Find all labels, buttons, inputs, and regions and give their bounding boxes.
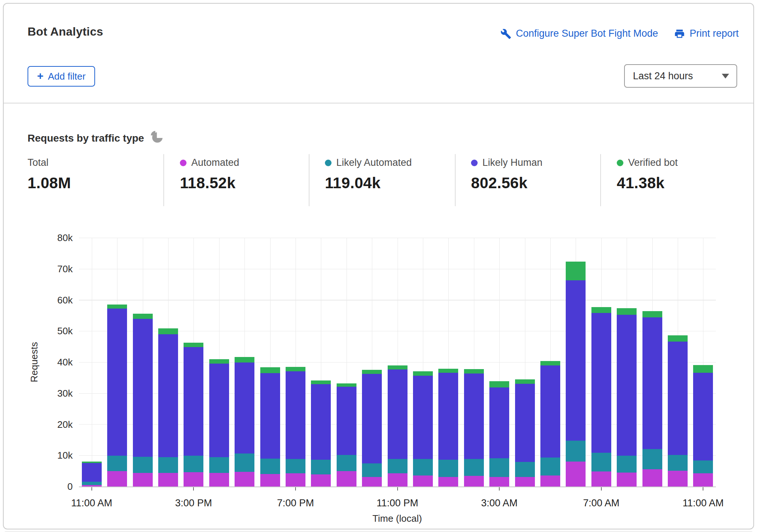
time-range-dropdown[interactable]: Last 24 hours bbox=[624, 64, 737, 88]
segment-automated bbox=[260, 474, 280, 487]
bar-slot bbox=[257, 238, 283, 487]
segment-likely-human bbox=[489, 387, 509, 458]
segment-likely-automated bbox=[540, 458, 560, 475]
segment-verified-bot bbox=[642, 311, 662, 317]
stacked-bar[interactable] bbox=[107, 305, 127, 487]
stacked-bar[interactable] bbox=[260, 367, 280, 487]
segment-likely-automated bbox=[362, 463, 382, 477]
stat-likely-human[interactable]: Likely Human802.56k bbox=[471, 157, 543, 192]
stat-verified-bot[interactable]: Verified bot41.38k bbox=[617, 157, 678, 192]
section-title: Requests by traffic type bbox=[28, 131, 163, 146]
stat-total[interactable]: Total1.08M bbox=[28, 157, 71, 192]
stat-divider bbox=[163, 154, 164, 206]
segment-automated bbox=[362, 477, 382, 487]
segment-automated bbox=[82, 485, 102, 487]
segment-verified-bot bbox=[337, 383, 356, 387]
stat-value: 41.38k bbox=[617, 174, 678, 192]
configure-super-bot-fight-mode-link[interactable]: Configure Super Bot Fight Mode bbox=[500, 28, 658, 39]
bar-slot bbox=[206, 238, 232, 487]
y-tick-label: 30k bbox=[32, 388, 73, 399]
x-tick-mark bbox=[397, 487, 398, 491]
bar-slot bbox=[232, 238, 257, 487]
x-tick-label: 7:00 PM bbox=[255, 498, 336, 509]
segment-automated bbox=[566, 462, 586, 487]
bar-slot bbox=[334, 238, 359, 487]
stacked-bar[interactable] bbox=[438, 369, 458, 487]
stacked-bar[interactable] bbox=[617, 308, 637, 487]
segment-likely-automated bbox=[413, 459, 433, 475]
y-tick-label: 80k bbox=[32, 232, 73, 244]
bar-slot bbox=[283, 238, 308, 487]
stacked-bar[interactable] bbox=[158, 328, 178, 487]
segment-likely-automated bbox=[388, 459, 408, 473]
stacked-bar[interactable] bbox=[540, 361, 560, 487]
stacked-bar[interactable] bbox=[388, 365, 408, 487]
segment-likely-human bbox=[82, 463, 102, 482]
print-report-link[interactable]: Print report bbox=[674, 28, 739, 39]
stacked-bar[interactable] bbox=[362, 370, 382, 487]
segment-likely-human bbox=[591, 313, 611, 453]
stacked-bar[interactable] bbox=[184, 343, 203, 487]
stacked-bar[interactable] bbox=[133, 314, 153, 487]
stat-automated[interactable]: Automated118.52k bbox=[180, 157, 239, 192]
stacked-bar[interactable] bbox=[489, 381, 509, 487]
x-tick-mark bbox=[601, 487, 602, 491]
stacked-bar[interactable] bbox=[668, 335, 688, 487]
stacked-bar[interactable] bbox=[515, 379, 535, 487]
x-tick-label: 11:00 PM bbox=[357, 498, 438, 509]
segment-likely-automated bbox=[158, 457, 178, 473]
segment-likely-automated bbox=[617, 456, 637, 473]
x-tick-label: 11:00 AM bbox=[51, 498, 132, 509]
segment-likely-automated bbox=[515, 462, 535, 477]
segment-verified-bot bbox=[209, 359, 229, 364]
stacked-bar[interactable] bbox=[591, 307, 611, 487]
segment-likely-human bbox=[235, 362, 254, 453]
segment-automated bbox=[107, 471, 127, 487]
bot-analytics-page: Bot Analytics Configure Super Bot Fight … bbox=[0, 0, 757, 532]
segment-likely-human bbox=[260, 373, 280, 459]
stacked-bar[interactable] bbox=[642, 311, 662, 487]
wrench-icon bbox=[500, 28, 511, 39]
segment-verified-bot bbox=[388, 365, 408, 369]
segment-automated bbox=[540, 475, 560, 487]
header-divider bbox=[4, 103, 753, 103]
stacked-bar[interactable] bbox=[413, 371, 433, 487]
add-filter-button[interactable]: + Add filter bbox=[28, 66, 95, 87]
bar-slot bbox=[640, 238, 665, 487]
stacked-bar[interactable] bbox=[311, 380, 331, 487]
stacked-bar[interactable] bbox=[693, 365, 713, 487]
segment-likely-human bbox=[337, 387, 356, 455]
stacked-bar[interactable] bbox=[235, 357, 254, 487]
print-link-label: Print report bbox=[689, 28, 739, 39]
printer-icon bbox=[674, 28, 685, 39]
segment-verified-bot bbox=[413, 371, 433, 376]
segment-likely-human bbox=[438, 373, 458, 460]
segment-verified-bot bbox=[260, 367, 280, 373]
bar-slot bbox=[155, 238, 181, 487]
stacked-bar[interactable] bbox=[337, 383, 356, 487]
add-filter-label: Add filter bbox=[48, 71, 86, 82]
stat-likely-automated[interactable]: Likely Automated119.04k bbox=[325, 157, 412, 192]
stacked-bar[interactable] bbox=[286, 367, 305, 487]
bar-slot bbox=[308, 238, 334, 487]
segment-likely-automated bbox=[566, 441, 586, 462]
segment-automated bbox=[337, 471, 356, 487]
bar-slot bbox=[104, 238, 130, 487]
segment-verified-bot bbox=[438, 369, 458, 373]
traffic-type-stats: Total1.08MAutomated118.52kLikely Automat… bbox=[0, 154, 757, 209]
stacked-bar[interactable] bbox=[464, 369, 484, 487]
y-tick-label: 50k bbox=[32, 325, 73, 337]
segment-likely-human bbox=[668, 342, 688, 455]
segment-likely-human bbox=[566, 280, 586, 440]
stacked-bar[interactable] bbox=[82, 462, 102, 487]
y-tick-label: 60k bbox=[32, 295, 73, 306]
stacked-bar[interactable] bbox=[209, 359, 229, 487]
stacked-bar-chart bbox=[79, 238, 716, 487]
segment-likely-automated bbox=[286, 459, 305, 473]
segment-verified-bot bbox=[133, 314, 153, 319]
segment-likely-automated bbox=[260, 459, 280, 474]
bars-container bbox=[79, 238, 716, 487]
stacked-bar[interactable] bbox=[566, 262, 586, 487]
segment-verified-bot bbox=[464, 369, 484, 374]
segment-likely-human bbox=[286, 371, 305, 459]
